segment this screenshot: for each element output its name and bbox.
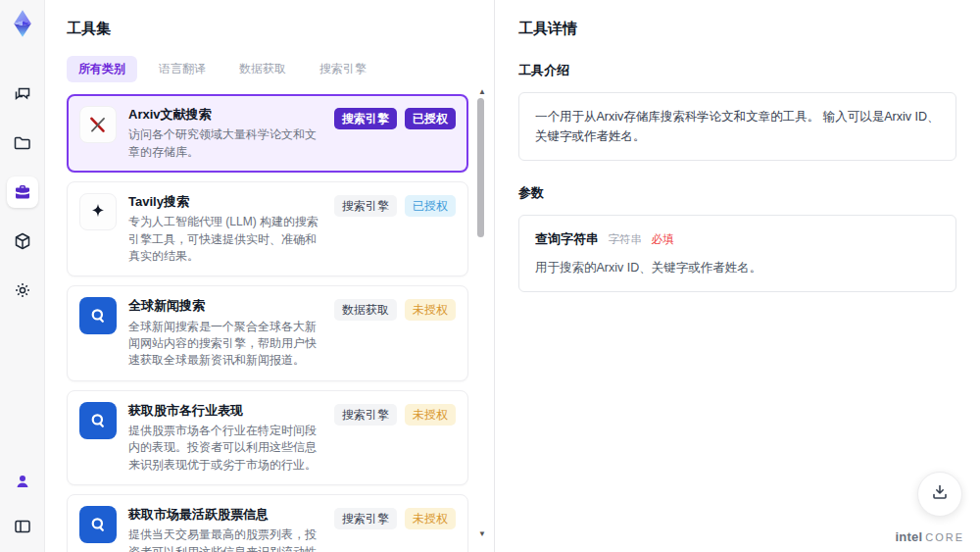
download-icon bbox=[930, 482, 950, 506]
sidebar-item-models[interactable] bbox=[7, 226, 38, 257]
tool-description: 专为人工智能代理 (LLM) 构建的搜索引擎工具，可快速提供实时、准确和真实的结… bbox=[128, 214, 322, 265]
tab-1[interactable]: 语言翻译 bbox=[147, 56, 218, 82]
sidebar-item-chat[interactable] bbox=[7, 78, 38, 110]
auth-badge: 未授权 bbox=[405, 299, 456, 321]
tab-3[interactable]: 搜索引擎 bbox=[308, 56, 378, 82]
blue-search-icon bbox=[79, 297, 117, 334]
param-box: 查询字符串 字符串 必填 用于搜索的Arxiv ID、关键字或作者姓名。 bbox=[518, 215, 956, 292]
tab-2[interactable]: 数据获取 bbox=[227, 56, 298, 82]
cube-icon bbox=[13, 231, 32, 251]
tool-description: 访问各个研究领域大量科学论文和文章的存储库。 bbox=[128, 126, 322, 161]
tool-title: 获取股市各行业表现 bbox=[128, 402, 322, 420]
chat-icon bbox=[13, 84, 32, 104]
toolbox-icon bbox=[13, 182, 32, 202]
intel-core-logo: intel CORE bbox=[895, 529, 964, 544]
param-type: 字符串 bbox=[608, 233, 642, 245]
tab-0[interactable]: 所有类别 bbox=[67, 56, 137, 82]
tool-card[interactable]: Tavily搜索 专为人工智能代理 (LLM) 构建的搜索引擎工具，可快速提供实… bbox=[67, 181, 468, 276]
tool-title: Tavily搜索 bbox=[128, 193, 322, 211]
sidebar bbox=[0, 0, 45, 552]
tool-card[interactable]: Arxiv文献搜索 访问各个研究领域大量科学论文和文章的存储库。 搜索引擎 已授… bbox=[67, 94, 468, 173]
download-button[interactable] bbox=[917, 472, 962, 517]
tool-card[interactable]: 获取市场最活跃股票信息 提供当天交易量最高的股票列表，投资者可以利用这些信息来识… bbox=[67, 494, 468, 552]
param-header: 查询字符串 字符串 必填 bbox=[535, 229, 940, 250]
tool-card[interactable]: 全球新闻搜索 全球新闻搜索是一个聚合全球各大新闻网站内容的搜索引擎，帮助用户快速… bbox=[67, 285, 468, 380]
sidebar-item-account[interactable] bbox=[7, 466, 38, 497]
blue-search-icon bbox=[79, 506, 117, 543]
sparkle-icon bbox=[79, 193, 117, 230]
brand-intel: intel bbox=[895, 529, 922, 544]
page-title: 工具集 bbox=[67, 20, 468, 38]
user-avatar-icon bbox=[13, 472, 32, 491]
scroll-up-arrow[interactable]: ▲ bbox=[478, 88, 486, 96]
category-badge: 搜索引擎 bbox=[334, 108, 397, 129]
brand-core: CORE bbox=[925, 531, 964, 543]
param-required-badge: 必填 bbox=[651, 233, 673, 245]
tool-description: 提供股票市场各个行业在特定时间段内的表现。投资者可以利用这些信息来识别表现优于或… bbox=[128, 423, 322, 474]
scrollbar-thumb[interactable] bbox=[477, 98, 484, 237]
tool-details-panel: 工具详情 工具介绍 一个用于从Arxiv存储库搜索科学论文和文章的工具。 输入可… bbox=[494, 0, 980, 552]
category-tabs: 所有类别语言翻译数据获取搜索引擎 bbox=[67, 56, 468, 82]
blue-search-icon bbox=[79, 402, 117, 439]
intro-heading: 工具介绍 bbox=[518, 62, 956, 79]
category-badge: 搜索引擎 bbox=[334, 404, 397, 426]
intro-box: 一个用于从Arxiv存储库搜索科学论文和文章的工具。 输入可以是Arxiv ID… bbox=[518, 92, 956, 161]
app-logo-icon[interactable] bbox=[5, 6, 40, 41]
auth-badge: 已授权 bbox=[405, 108, 456, 129]
tool-description: 提供当天交易量最高的股票列表，投资者可以利用这些信息来识别流动性强的股票和潜在的… bbox=[128, 527, 322, 552]
tool-description: 全球新闻搜索是一个聚合全球各大新闻网站内容的搜索引擎，帮助用户快速获取全球最新资… bbox=[128, 319, 322, 370]
tool-list: Arxiv文献搜索 访问各个研究领域大量科学论文和文章的存储库。 搜索引擎 已授… bbox=[67, 94, 468, 552]
tool-title: 全球新闻搜索 bbox=[128, 297, 322, 315]
params-heading: 参数 bbox=[518, 184, 956, 202]
scrollbar-track[interactable] bbox=[477, 98, 484, 529]
folder-icon bbox=[13, 133, 32, 153]
sidebar-item-settings[interactable] bbox=[7, 275, 38, 306]
sidebar-item-files[interactable] bbox=[7, 127, 38, 159]
gear-icon bbox=[13, 280, 32, 300]
category-badge: 搜索引擎 bbox=[334, 508, 397, 529]
app-window: 工具集 所有类别语言翻译数据获取搜索引擎 Arxiv文献搜索 访问各个研究领域大… bbox=[0, 0, 980, 552]
param-name: 查询字符串 bbox=[535, 231, 599, 246]
tool-title: 获取市场最活跃股票信息 bbox=[128, 506, 322, 524]
sidebar-item-tools[interactable] bbox=[7, 176, 38, 208]
param-description: 用于搜索的Arxiv ID、关键字或作者姓名。 bbox=[535, 258, 940, 277]
panel-layout-icon bbox=[13, 517, 32, 536]
category-badge: 搜索引擎 bbox=[334, 195, 397, 217]
scroll-down-arrow[interactable]: ▼ bbox=[478, 530, 486, 538]
arxiv-icon bbox=[79, 106, 117, 143]
tool-card[interactable]: 获取股市各行业表现 提供股票市场各个行业在特定时间段内的表现。投资者可以利用这些… bbox=[67, 390, 468, 485]
tool-title: Arxiv文献搜索 bbox=[128, 106, 322, 124]
tool-list-panel: 工具集 所有类别语言翻译数据获取搜索引擎 Arxiv文献搜索 访问各个研究领域大… bbox=[45, 0, 494, 552]
intro-text: 一个用于从Arxiv存储库搜索科学论文和文章的工具。 输入可以是Arxiv ID… bbox=[535, 110, 940, 143]
auth-badge: 未授权 bbox=[405, 508, 456, 529]
sidebar-item-collapse[interactable] bbox=[7, 511, 38, 542]
auth-badge: 未授权 bbox=[405, 404, 456, 426]
category-badge: 数据获取 bbox=[334, 299, 397, 321]
auth-badge: 已授权 bbox=[405, 195, 456, 217]
details-title: 工具详情 bbox=[518, 20, 956, 38]
